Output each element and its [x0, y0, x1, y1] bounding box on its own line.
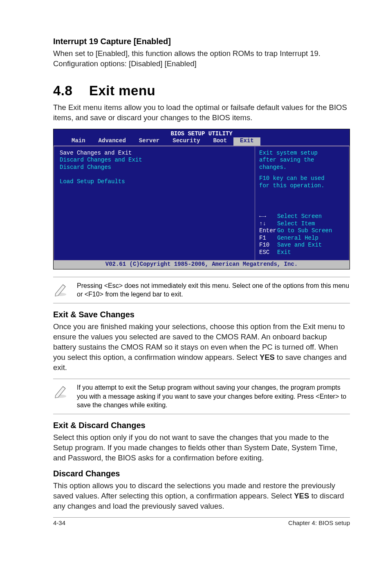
nav-key-f10: F10: [259, 242, 277, 249]
bios-help-3: changes.: [259, 164, 345, 171]
bios-footer: V02.61 (C)Copyright 1985-2006, American …: [54, 260, 350, 269]
heading-discard: Discard Changes: [53, 469, 350, 478]
bios-help-2: after saving the: [259, 157, 345, 164]
heading-exit-save: Exit & Save Changes: [53, 310, 350, 319]
bios-tab-security: Security: [166, 137, 206, 146]
note-box-2: If you attempt to exit the Setup program…: [53, 379, 350, 414]
bios-title: BIOS SETUP UTILITY: [54, 129, 350, 138]
nav-val-help: General Help: [277, 235, 318, 241]
section-intro: The Exit menu items allow you to load th…: [53, 103, 350, 123]
bios-tab-boot: Boot: [206, 137, 233, 146]
section-heading: 4.8Exit menu: [53, 83, 350, 99]
nav-key-lr: ←→: [259, 213, 277, 220]
para-discard-a: This option allows you to discard the se…: [53, 481, 335, 500]
bios-spacer: [60, 171, 249, 178]
para-interrupt19: When set to [Enabled], this function all…: [53, 49, 350, 69]
bios-item-load-defaults: Load Setup Defaults: [60, 178, 249, 186]
heading-exit-discard: Exit & Discard Changes: [53, 421, 350, 430]
bios-tab-server: Server: [132, 137, 166, 146]
bios-tab-main: Main: [65, 137, 92, 146]
section-number: 4.8: [53, 83, 89, 99]
footer-chapter: Chapter 4: BIOS setup: [288, 519, 350, 526]
nav-val-select-screen: Select Screen: [277, 213, 322, 220]
bios-menu-list: Save Changes and Exit Discard Changes an…: [54, 146, 255, 261]
note-text-1: Pressing <Esc> does not immediately exit…: [77, 281, 350, 299]
para-exit-discard: Select this option only if you do not wa…: [53, 433, 350, 463]
bios-nav-keys: ←→Select Screen ↑↓Select Item EnterGo to…: [259, 213, 345, 256]
note-text-2: If you attempt to exit the Setup program…: [77, 383, 350, 410]
bios-tab-exit: Exit: [233, 137, 260, 146]
nav-key-f1: F1: [259, 235, 277, 242]
para-exit-save: Once you are finished making your select…: [53, 322, 350, 373]
para-discard: This option allows you to discard the se…: [53, 481, 350, 512]
note-box-1: Pressing <Esc> does not immediately exit…: [53, 277, 350, 303]
nav-val-select-item: Select Item: [277, 220, 315, 227]
bios-help-5: for this operation.: [259, 182, 345, 190]
nav-key-esc: ESC: [259, 249, 277, 256]
nav-val-exit: Exit: [277, 249, 291, 256]
section-title: Exit menu: [89, 83, 155, 98]
footer-page-number: 4-34: [53, 519, 65, 526]
nav-val-save-exit: Save and Exit: [277, 242, 322, 248]
bios-help-4: F10 key can be used: [259, 175, 345, 182]
bios-help-panel: Exit system setup after saving the chang…: [255, 146, 350, 261]
pencil-icon: [53, 384, 68, 399]
bios-tabs: Main Advanced Server Security Boot Exit: [54, 137, 350, 146]
nav-key-enter: Enter: [259, 227, 277, 235]
bios-screenshot: BIOS SETUP UTILITY Main Advanced Server …: [53, 129, 350, 269]
bios-item-discard-exit: Discard Changes and Exit: [60, 157, 249, 164]
nav-key-ud: ↑↓: [259, 220, 277, 228]
para-discard-yes: YES: [294, 491, 309, 500]
heading-interrupt19: Interrupt 19 Capture [Enabled]: [53, 37, 350, 46]
page-footer: 4-34 Chapter 4: BIOS setup: [53, 517, 350, 526]
pencil-icon: [53, 282, 68, 297]
nav-val-sub-screen: Go to Sub Screen: [277, 227, 332, 234]
bios-help-1: Exit system setup: [259, 150, 345, 157]
bios-item-save-exit: Save Changes and Exit: [60, 150, 249, 157]
bios-tab-advanced: Advanced: [92, 137, 132, 146]
para-exit-save-yes: YES: [260, 353, 275, 361]
bios-item-discard: Discard Changes: [60, 164, 249, 171]
